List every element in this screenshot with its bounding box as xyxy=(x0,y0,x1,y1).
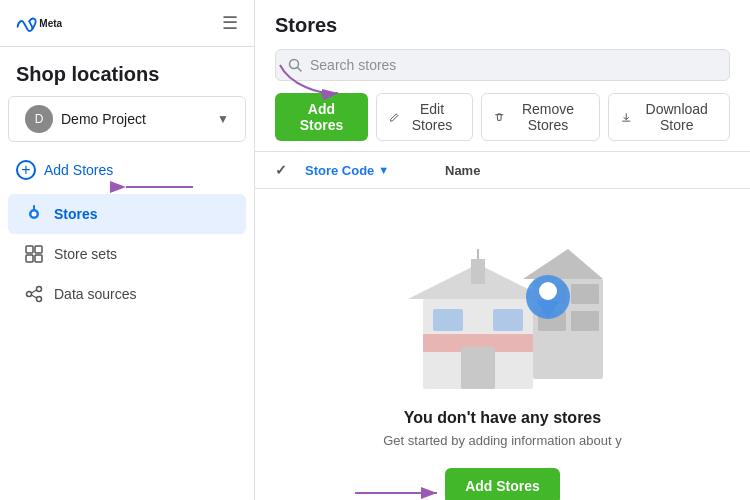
svg-point-2 xyxy=(32,212,37,217)
add-stores-button[interactable]: Add Stores xyxy=(275,93,368,141)
svg-rect-5 xyxy=(26,255,33,262)
svg-rect-18 xyxy=(571,284,599,304)
main-content: Stores Search stores Add Stores Edit Sto… xyxy=(255,0,750,500)
svg-rect-4 xyxy=(35,246,42,253)
checkmark-icon: ✓ xyxy=(275,162,287,178)
data-sources-icon xyxy=(24,284,44,304)
empty-add-stores-button[interactable]: Add Stores xyxy=(445,468,560,500)
svg-rect-6 xyxy=(35,255,42,262)
search-placeholder: Search stores xyxy=(310,57,396,73)
store-code-label: Store Code xyxy=(305,163,374,178)
project-avatar: D xyxy=(25,105,53,133)
table-header: ✓ Store Code ▼ Name xyxy=(255,152,750,189)
edit-stores-label: Edit Stores xyxy=(404,101,459,133)
meta-logo: Meta xyxy=(16,14,66,32)
store-code-column-header[interactable]: Store Code ▼ xyxy=(305,163,445,178)
remove-stores-button[interactable]: Remove Stores xyxy=(481,93,600,141)
hamburger-menu[interactable]: ☰ xyxy=(222,12,238,34)
svg-rect-24 xyxy=(433,309,463,331)
sidebar-item-data-sources[interactable]: Data sources xyxy=(8,274,246,314)
main-body: ✓ Store Code ▼ Name xyxy=(255,152,750,500)
checkbox-col: ✓ xyxy=(275,162,305,178)
empty-state: You don't have any stores Get started by… xyxy=(255,189,750,500)
bottom-add-stores-wrapper: Add Stores xyxy=(445,468,560,500)
empty-state-title: You don't have any stores xyxy=(404,409,601,427)
sort-icon: ▼ xyxy=(378,164,389,176)
svg-line-11 xyxy=(32,295,37,298)
sidebar-add-stores-label: Add Stores xyxy=(44,162,113,178)
search-icon xyxy=(288,58,302,72)
svg-point-31 xyxy=(539,282,557,300)
svg-point-8 xyxy=(37,287,42,292)
toolbar-wrapper: Add Stores Edit Stores Remove Stores xyxy=(275,93,730,141)
download-stores-button[interactable]: Download Store xyxy=(608,93,730,141)
svg-rect-20 xyxy=(571,311,599,331)
search-bar[interactable]: Search stores xyxy=(275,49,730,81)
store-sets-icon xyxy=(24,244,44,264)
meta-logo-svg: Meta xyxy=(16,14,66,32)
trash-icon xyxy=(494,111,505,124)
sidebar-data-sources-label: Data sources xyxy=(54,286,136,302)
page-title: Stores xyxy=(275,14,730,37)
svg-text:Meta: Meta xyxy=(39,18,62,29)
store-illustration xyxy=(393,229,613,389)
nav-items: Stores Store sets xyxy=(0,190,254,318)
svg-rect-3 xyxy=(26,246,33,253)
download-stores-label: Download Store xyxy=(636,101,717,133)
name-column-header: Name xyxy=(445,163,730,178)
sidebar-item-stores[interactable]: Stores xyxy=(8,194,246,234)
sidebar-stores-label: Stores xyxy=(54,206,98,222)
remove-stores-label: Remove Stores xyxy=(509,101,587,133)
plus-circle-icon: + xyxy=(16,160,36,180)
project-selector[interactable]: D Demo Project ▼ xyxy=(8,96,246,142)
edit-stores-button[interactable]: Edit Stores xyxy=(376,93,473,141)
sidebar-item-store-sets[interactable]: Store sets xyxy=(8,234,246,274)
svg-point-9 xyxy=(37,297,42,302)
bottom-add-stores-arrow xyxy=(345,478,445,500)
svg-line-10 xyxy=(32,290,37,293)
project-name: Demo Project xyxy=(61,111,209,127)
stores-icon xyxy=(24,204,44,224)
empty-state-description: Get started by adding information about … xyxy=(383,433,621,448)
sidebar-store-sets-label: Store sets xyxy=(54,246,117,262)
sidebar-header: Meta ☰ xyxy=(0,0,254,47)
main-header: Stores Search stores Add Stores Edit Sto… xyxy=(255,0,750,152)
toolbar: Add Stores Edit Stores Remove Stores xyxy=(275,93,730,141)
edit-icon xyxy=(389,111,399,124)
sidebar-title: Shop locations xyxy=(0,47,254,96)
svg-rect-26 xyxy=(461,347,495,389)
svg-marker-21 xyxy=(523,249,603,279)
svg-point-7 xyxy=(27,292,32,297)
sidebar-add-stores-link[interactable]: + Add Stores xyxy=(0,150,254,190)
svg-rect-28 xyxy=(471,259,485,284)
download-icon xyxy=(621,111,632,124)
svg-rect-25 xyxy=(493,309,523,331)
name-label: Name xyxy=(445,163,480,178)
chevron-down-icon: ▼ xyxy=(217,112,229,126)
svg-line-13 xyxy=(298,68,302,72)
sidebar: Meta ☰ Shop locations D Demo Project ▼ +… xyxy=(0,0,255,500)
